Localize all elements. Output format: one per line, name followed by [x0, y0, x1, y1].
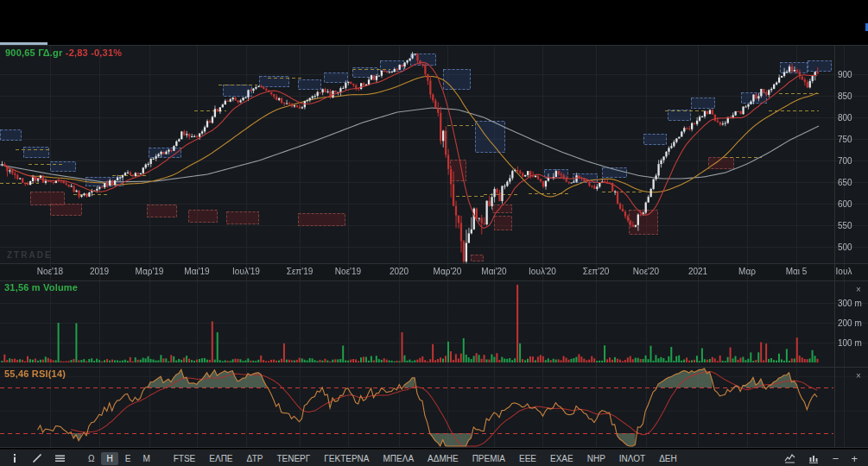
toolbar-symbol-button-ΝΗΡ[interactable]: ΝΗΡ — [581, 452, 611, 465]
time-axis[interactable]: Νοε'182019Μαρ'19Μαι'19Ιουλ'19Σεπ'19Νοε'1… — [0, 263, 868, 280]
info-icon — [10, 453, 20, 463]
toolbar-symbol-button-FTSE[interactable]: FTSE — [168, 452, 202, 465]
toolbar-symbol-button-ΓΕΚΤΕΡΝΑ[interactable]: ΓΕΚΤΕΡΝΑ — [318, 452, 375, 465]
rsi-legend-name: RSI(14) — [32, 368, 66, 379]
price-axis-label: 600 — [838, 199, 865, 209]
rsi-close-button[interactable]: × — [853, 371, 864, 381]
price-axis-label: 650 — [838, 178, 865, 187]
time-axis-label: Νοε'19 — [335, 267, 361, 276]
scroll-thumb[interactable] — [0, 42, 48, 45]
legend-change-pct: -0,31% — [91, 47, 122, 58]
time-axis-label: Μαρ'20 — [434, 267, 462, 276]
info-button[interactable] — [5, 451, 24, 465]
volume-legend-value: 31,56 m — [4, 282, 41, 293]
zoom-out-button[interactable]: − — [829, 452, 843, 465]
ztrade-watermark: ZTRADE — [7, 250, 53, 260]
toolbar-symbol-button-ΑΔΜΗΕ[interactable]: ΑΔΜΗΕ — [421, 452, 465, 465]
toolbar-symbol-button-ΙΝΛΟΤ[interactable]: ΙΝΛΟΤ — [613, 452, 651, 465]
time-axis-label: Σεπ'19 — [287, 267, 314, 276]
rsi-legend-value: 55,46 — [4, 368, 29, 379]
toolbar-right-group: − + — [781, 451, 868, 465]
legend-symbol-name: ΓΔ.gr — [38, 47, 62, 58]
toolbar-symbol-button-ΕΕΕ[interactable]: ΕΕΕ — [513, 452, 542, 465]
toolbar-left-group: ΩΗΕΜ FTSEΕΛΠΕΔΤΡΤΕΝΕΡΓΓΕΚΤΕΡΝΑΜΠΕΛΑΑΔΜΗΕ… — [0, 451, 683, 465]
top-black-bar — [0, 0, 868, 45]
indicator-list-button[interactable] — [50, 451, 69, 465]
legend-change: -2,83 — [66, 47, 88, 58]
time-axis-label: Ιουλ — [836, 267, 852, 276]
time-axis-label: Μαι 5 — [786, 267, 808, 276]
time-axis-label: Ιουλ'20 — [529, 267, 556, 276]
trading-app-window: 900,65 ΓΔ.gr -2,83 -0,31% ZTRADE 9008508… — [0, 0, 868, 466]
chart-canvas[interactable] — [0, 0, 868, 448]
line-chart-icon — [784, 453, 796, 463]
period-button-Ω[interactable]: Ω — [83, 452, 99, 465]
time-axis-label: Νοε'20 — [633, 267, 659, 276]
price-axis-label: 500 — [838, 242, 865, 252]
time-axis-label: Σεπ'20 — [583, 267, 610, 276]
price-axis-label: 850 — [838, 91, 865, 101]
time-axis-label: 2019 — [90, 267, 109, 276]
time-axis-label: 2021 — [688, 267, 707, 276]
time-axis-label: 2020 — [390, 267, 409, 276]
toolbar-symbol-button-ΔΤΡ[interactable]: ΔΤΡ — [241, 452, 269, 465]
volume-close-button[interactable]: × — [853, 285, 864, 295]
toolbar-symbol-button-ΕΛΠΕ[interactable]: ΕΛΠΕ — [203, 452, 238, 465]
bottom-toolbar: ΩΗΕΜ FTSEΕΛΠΕΔΤΡΤΕΝΕΡΓΓΕΚΤΕΡΝΑΜΠΕΛΑΑΔΜΗΕ… — [0, 449, 868, 466]
zoom-in-button[interactable]: + — [847, 452, 861, 465]
volume-axis-label: 100 m — [838, 338, 865, 348]
chart-type-button[interactable] — [781, 451, 800, 465]
legend-last-price: 900,65 — [5, 47, 35, 58]
list-icon — [54, 453, 66, 463]
time-axis-label: Μαι'19 — [184, 267, 209, 276]
time-axis-label: Μαρ'19 — [136, 267, 164, 276]
price-axis-label: 550 — [838, 221, 865, 230]
symbol-shortcut-group: FTSEΕΛΠΕΔΤΡΤΕΝΕΡΓΓΕΚΤΕΡΝΑΜΠΕΛΑΑΔΜΗΕΠΡΕΜΙ… — [168, 452, 683, 465]
price-axis-label: 750 — [838, 135, 865, 144]
toolbar-symbol-button-ΕΧΑΕ[interactable]: ΕΧΑΕ — [544, 452, 580, 465]
volume-legend: 31,56 m Volume — [4, 282, 78, 293]
volume-legend-name: Volume — [43, 282, 78, 293]
price-axis[interactable]: 900850800750700650600550500 — [834, 46, 868, 263]
time-axis-label: Ιουλ'19 — [232, 267, 260, 276]
histogram-icon — [808, 453, 820, 463]
volume-axis-label: 200 m — [838, 318, 865, 328]
trendline-icon — [32, 453, 42, 463]
time-axis-label: Μαρ — [738, 267, 756, 276]
toolbar-symbol-button-ΤΕΝΕΡΓ[interactable]: ΤΕΝΕΡΓ — [270, 452, 316, 465]
draw-line-button[interactable] — [28, 451, 47, 465]
toolbar-symbol-button-ΔΕΗ[interactable]: ΔΕΗ — [653, 452, 683, 465]
toolbar-symbol-button-ΜΠΕΛΑ[interactable]: ΜΠΕΛΑ — [377, 452, 420, 465]
period-button-Μ[interactable]: Μ — [137, 452, 155, 465]
price-axis-label: 800 — [838, 113, 865, 123]
volume-histogram-button[interactable] — [805, 451, 824, 465]
toolbar-symbol-button-ΠΡΕΜΙΑ[interactable]: ΠΡΕΜΙΑ — [466, 452, 511, 465]
main-chart-legend: 900,65 ΓΔ.gr -2,83 -0,31% — [5, 47, 122, 58]
time-axis-label: Μαι'20 — [481, 267, 506, 276]
time-axis-label: Νοε'18 — [37, 267, 63, 276]
period-button-group: ΩΗΕΜ — [83, 452, 155, 465]
rsi-legend: 55,46 RSI(14) — [4, 368, 66, 379]
price-axis-label: 900 — [838, 70, 865, 79]
price-axis-label: 700 — [838, 156, 865, 166]
period-button-Η[interactable]: Η — [101, 452, 117, 465]
period-button-Ε[interactable]: Ε — [120, 452, 136, 465]
volume-axis-label: 300 m — [838, 299, 865, 308]
